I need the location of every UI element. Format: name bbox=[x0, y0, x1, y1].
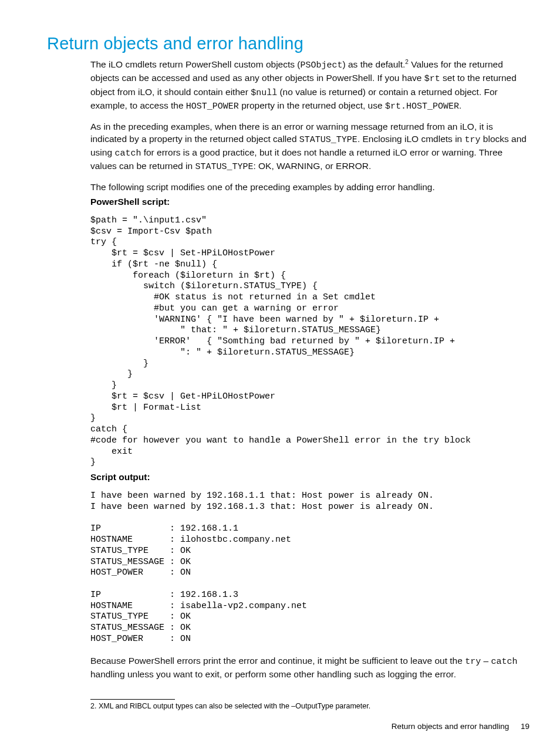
text: – bbox=[481, 656, 491, 666]
page-number: 19 bbox=[521, 722, 529, 731]
code-inline: catch bbox=[491, 657, 517, 667]
page: Return objects and error handling The iL… bbox=[0, 0, 560, 746]
text: ) as the default. bbox=[343, 59, 406, 69]
footnote-rule bbox=[90, 699, 175, 700]
paragraph-4: Because PowerShell errors print the erro… bbox=[90, 654, 527, 680]
page-footer: Return objects and error handling 19 bbox=[392, 722, 529, 731]
footnote-number: 2. bbox=[90, 702, 96, 710]
code-inline: try bbox=[465, 135, 481, 145]
paragraph-1: The iLO cmdlets return PowerShell custom… bbox=[90, 58, 527, 113]
text: Because PowerShell errors print the erro… bbox=[90, 656, 465, 666]
text: . Enclosing iLO cmdlets in bbox=[357, 134, 465, 144]
footnote-text: XML and RIBCL output types can also be s… bbox=[96, 702, 370, 710]
text: property in the returned object, use bbox=[239, 100, 385, 110]
code-inline: $rt bbox=[424, 74, 440, 84]
text: The iLO cmdlets return PowerShell custom… bbox=[90, 59, 301, 69]
paragraph-3: The following script modifies one of the… bbox=[90, 181, 527, 193]
text: : OK, WARNING, or ERROR. bbox=[253, 161, 371, 171]
code-inline: PSObject bbox=[301, 60, 343, 70]
script-label: PowerShell script: bbox=[90, 197, 527, 207]
code-inline: $null bbox=[251, 88, 277, 98]
code-inline: catch bbox=[114, 148, 141, 158]
footnote: 2. XML and RIBCL output types can also b… bbox=[90, 702, 529, 710]
script-output: I have been warned by 192.168.1.1 that: … bbox=[90, 491, 527, 645]
body-content: The iLO cmdlets return PowerShell custom… bbox=[90, 58, 527, 680]
output-label: Script output: bbox=[90, 472, 527, 482]
code-inline: STATUS_TYPE bbox=[299, 135, 357, 145]
code-inline: try bbox=[465, 657, 481, 667]
paragraph-2: As in the preceding examples, when there… bbox=[90, 120, 527, 174]
code-inline: $rt.HOST_POWER bbox=[385, 102, 459, 112]
code-inline: STATUS_TYPE bbox=[195, 162, 253, 172]
text: . bbox=[459, 100, 461, 110]
footer-title: Return objects and error handling bbox=[392, 722, 509, 731]
text: handling unless you want to exit, or per… bbox=[90, 669, 456, 679]
powershell-script: $path = ".\input1.csv" $csv = Import-Csv… bbox=[90, 215, 527, 468]
section-heading: Return objects and error handling bbox=[47, 34, 529, 53]
code-inline: HOST_POWER bbox=[186, 102, 239, 112]
